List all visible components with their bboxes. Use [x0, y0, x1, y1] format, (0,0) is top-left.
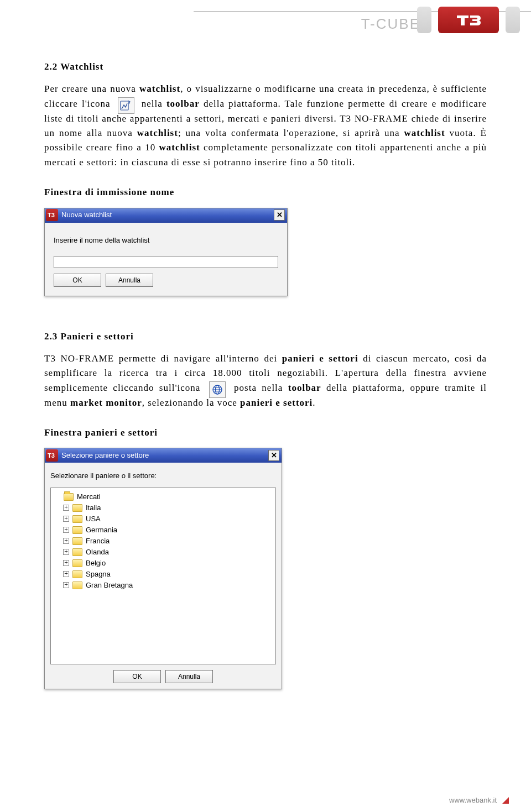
section-2-3-body: T3 NO-FRAME permette di navigare all'int…: [44, 352, 487, 410]
watchlist-name-input[interactable]: [54, 256, 278, 268]
cancel-button[interactable]: Annulla: [106, 274, 153, 287]
dialog1-prompt: Inserire il nome della watchlist: [54, 235, 278, 246]
tree-item-label: USA: [86, 514, 101, 525]
footer-triangle-icon: [502, 797, 509, 804]
folder-icon: [72, 515, 82, 523]
section-2-2-heading: 2.2 Watchlist: [44, 60, 487, 74]
t3-badge-icon: T3: [46, 209, 58, 221]
tree-item[interactable]: +Italia: [63, 502, 273, 514]
folder-icon: [72, 570, 82, 578]
folder-icon: [72, 548, 82, 556]
tree-expander[interactable]: +: [63, 549, 69, 555]
tree-expander[interactable]: +: [63, 538, 69, 544]
tree-expander[interactable]: +: [63, 582, 69, 588]
tree-item-label: Belgio: [86, 558, 106, 569]
folder-open-icon: [64, 493, 74, 501]
tree-view[interactable]: Mercati+Italia+USA+Germania+Francia+Olan…: [50, 488, 276, 664]
tree-item-label: Francia: [86, 536, 110, 547]
tree-item[interactable]: +Francia: [63, 536, 273, 547]
tree-root-item[interactable]: Mercati: [54, 491, 273, 502]
dialog2-titlebar: T3 Selezione paniere o settore ✕: [45, 448, 282, 463]
tree-item[interactable]: +Spagna: [63, 569, 273, 580]
folder-icon: [72, 526, 82, 534]
tree-item[interactable]: +Germania: [63, 525, 273, 536]
cancel-button[interactable]: Annulla: [165, 670, 213, 683]
dialog-selezione-paniere: T3 Selezione paniere o settore ✕ Selezio…: [44, 448, 282, 689]
dialog1-title: Nuova watchlist: [61, 209, 274, 221]
folder-icon: [72, 504, 82, 512]
tree-item[interactable]: +Gran Bretagna: [63, 580, 273, 591]
tree-item[interactable]: +Olanda: [63, 547, 273, 558]
folder-icon: [72, 559, 82, 567]
dialog2-prompt: Selezionare il paniere o il settore:: [50, 470, 276, 481]
svg-text:T3: T3: [48, 212, 55, 218]
section-2-3-heading: 2.3 Panieri e settori: [44, 329, 487, 344]
t3-logo-icon: [455, 12, 482, 28]
tree-item-label: Germania: [86, 525, 117, 536]
window1-label: Finestra di immissione nome: [44, 185, 487, 200]
brand-text: T-CUBE: [361, 15, 420, 33]
brand-logo-badge: [438, 7, 499, 33]
header-grey-tab-left: [417, 7, 431, 33]
panieri-toolbar-icon: [209, 381, 226, 398]
svg-text:T3: T3: [48, 452, 55, 459]
tree-item-label: Spagna: [86, 569, 111, 580]
tree-expander[interactable]: +: [63, 505, 69, 511]
folder-icon: [72, 537, 82, 545]
tree-item-label: Italia: [86, 502, 101, 514]
header-grey-tab-right: [506, 7, 520, 33]
close-button[interactable]: ✕: [274, 209, 285, 221]
window2-label: Finestra panieri e settori: [44, 426, 487, 440]
tree-expander[interactable]: +: [63, 516, 69, 522]
tree-item[interactable]: +Belgio: [63, 558, 273, 569]
tree-expander[interactable]: +: [63, 571, 69, 577]
t3-badge-icon: T3: [46, 449, 58, 462]
dialog-nuova-watchlist: T3 Nuova watchlist ✕ Inserire il nome de…: [44, 208, 288, 296]
dialog1-titlebar: T3 Nuova watchlist ✕: [45, 208, 287, 223]
tree-item-label: Gran Bretagna: [86, 580, 133, 591]
watchlist-toolbar-icon: [118, 97, 134, 114]
ok-button[interactable]: OK: [113, 670, 161, 683]
footer: www.webank.it: [449, 796, 509, 804]
close-button[interactable]: ✕: [268, 450, 279, 461]
footer-url: www.webank.it: [449, 796, 497, 804]
header-banner: T-CUBE: [0, 0, 531, 40]
tree-root-label: Mercati: [77, 491, 101, 502]
ok-button[interactable]: OK: [54, 274, 101, 287]
section-2-2-body: Per creare una nuova watchlist, o visual…: [44, 82, 487, 170]
page-content: 2.2 Watchlist Per creare una nuova watch…: [0, 60, 531, 689]
tree-expander[interactable]: +: [63, 560, 69, 566]
tree-item-label: Olanda: [86, 547, 109, 558]
tree-expander[interactable]: +: [63, 527, 69, 533]
tree-item[interactable]: +USA: [63, 514, 273, 525]
dialog2-title: Selezione paniere o settore: [61, 450, 268, 461]
folder-icon: [72, 582, 82, 589]
